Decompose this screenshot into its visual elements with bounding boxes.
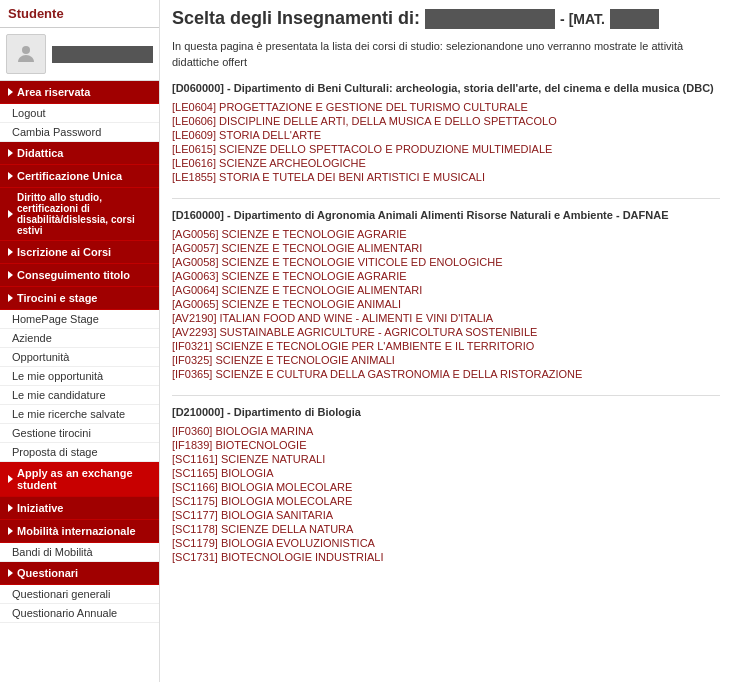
sidebar-item-label: Conseguimento titolo xyxy=(17,269,130,281)
sidebar-subitem-proposta-stage[interactable]: Proposta di stage xyxy=(0,443,159,462)
mat-label: - [MAT. xyxy=(560,11,605,27)
dept-divider-1 xyxy=(172,198,720,199)
course-link-SC1165[interactable]: [SC1165] BIOLOGIA xyxy=(172,466,720,480)
arrow-icon xyxy=(8,172,13,180)
department-block-D060000: [D060000] - Dipartimento di Beni Cultura… xyxy=(172,80,720,184)
sidebar-item-diritto-studio[interactable]: Diritto allo studio, certificazioni di d… xyxy=(0,188,159,241)
sidebar-subitem-le-mie-opportunita[interactable]: Le mie opportunità xyxy=(0,367,159,386)
course-link-AV2293[interactable]: [AV2293] SUSTAINABLE AGRICULTURE - AGRIC… xyxy=(172,325,720,339)
arrow-icon xyxy=(8,271,13,279)
sidebar-item-label: Iniziative xyxy=(17,502,63,514)
course-link-IF0325[interactable]: [IF0325] SCIENZE E TECNOLOGIE ANIMALI xyxy=(172,353,720,367)
sidebar-item-label: Certificazione Unica xyxy=(17,170,122,182)
main-content: Scelta degli Insegnamenti di: - [MAT. In… xyxy=(160,0,732,682)
page-description: In questa pagina è presentata la lista d… xyxy=(172,39,720,70)
course-link-IF0365[interactable]: [IF0365] SCIENZE E CULTURA DELLA GASTRON… xyxy=(172,367,720,381)
sidebar-item-label: Diritto allo studio, certificazioni di d… xyxy=(17,192,151,236)
department-header-D210000: [D210000] - Dipartimento di Biologia xyxy=(172,404,720,420)
sidebar-item-apply-exchange[interactable]: Apply as an exchange student xyxy=(0,462,159,497)
course-link-LE0616[interactable]: [LE0616] SCIENZE ARCHEOLOGICHE xyxy=(172,156,720,170)
course-link-SC1166[interactable]: [SC1166] BIOLOGIA MOLECOLARE xyxy=(172,480,720,494)
arrow-icon xyxy=(8,88,13,96)
sidebar-subitem-questionario-annuale[interactable]: Questionario Annuale xyxy=(0,604,159,623)
department-block-D210000: [D210000] - Dipartimento di Biologia [IF… xyxy=(172,404,720,564)
sidebar-item-iniziative[interactable]: Iniziative xyxy=(0,497,159,520)
page-title-row: Scelta degli Insegnamenti di: - [MAT. xyxy=(172,8,720,35)
username-display xyxy=(52,46,153,63)
course-link-LE0609[interactable]: [LE0609] STORIA DELL'ARTE xyxy=(172,128,720,142)
course-link-AG0063[interactable]: [AG0063] SCIENZE E TECNOLOGIE AGRARIE xyxy=(172,269,720,283)
arrow-icon xyxy=(8,475,13,483)
student-name-placeholder xyxy=(425,9,555,29)
course-link-SC1731[interactable]: [SC1731] BIOTECNOLOGIE INDUSTRIALI xyxy=(172,550,720,564)
course-link-LE0615[interactable]: [LE0615] SCIENZE DELLO SPETTACOLO E PROD… xyxy=(172,142,720,156)
sidebar-subitem-opportunita[interactable]: Opportunità xyxy=(0,348,159,367)
course-link-IF1839[interactable]: [IF1839] BIOTECNOLOGIE xyxy=(172,438,720,452)
user-section xyxy=(0,28,159,81)
sidebar-subitem-logout[interactable]: Logout xyxy=(0,104,159,123)
sidebar-item-label: Apply as an exchange student xyxy=(17,467,151,491)
sidebar-item-questionari[interactable]: Questionari xyxy=(0,562,159,585)
department-block-D160000: [D160000] - Dipartimento di Agronomia An… xyxy=(172,207,720,381)
sidebar-item-mobilita-internazionale[interactable]: Mobilità internazionale xyxy=(0,520,159,543)
sidebar-item-didattica[interactable]: Didattica xyxy=(0,142,159,165)
course-link-AG0057[interactable]: [AG0057] SCIENZE E TECNOLOGIE ALIMENTARI xyxy=(172,241,720,255)
sidebar-subitem-bandi-mobilita[interactable]: Bandi di Mobilità xyxy=(0,543,159,562)
sidebar-item-iscrizione-corsi[interactable]: Iscrizione ai Corsi xyxy=(0,241,159,264)
sidebar-subitem-gestione-tirocini[interactable]: Gestione tirocini xyxy=(0,424,159,443)
svg-point-0 xyxy=(22,46,30,54)
sidebar-header: Studente xyxy=(0,0,159,28)
arrow-icon xyxy=(8,527,13,535)
sidebar-item-label: Area riservata xyxy=(17,86,90,98)
dept-divider-2 xyxy=(172,395,720,396)
sidebar-subitem-questionari-generali[interactable]: Questionari generali xyxy=(0,585,159,604)
sidebar-subitem-ricerche-salvate[interactable]: Le mie ricerche salvate xyxy=(0,405,159,424)
course-link-SC1161[interactable]: [SC1161] SCIENZE NATURALI xyxy=(172,452,720,466)
sidebar-subitem-homepage-stage[interactable]: HomePage Stage xyxy=(0,310,159,329)
sidebar-item-tirocini-stage[interactable]: Tirocini e stage xyxy=(0,287,159,310)
page-title: Scelta degli Insegnamenti di: - [MAT. xyxy=(172,8,659,29)
arrow-icon xyxy=(8,294,13,302)
arrow-icon xyxy=(8,149,13,157)
course-link-AG0065[interactable]: [AG0065] SCIENZE E TECNOLOGIE ANIMALI xyxy=(172,297,720,311)
course-link-SC1179[interactable]: [SC1179] BIOLOGIA EVOLUZIONISTICA xyxy=(172,536,720,550)
sidebar-subitem-aziende[interactable]: Aziende xyxy=(0,329,159,348)
course-link-LE0606[interactable]: [LE0606] DISCIPLINE DELLE ARTI, DELLA MU… xyxy=(172,114,720,128)
course-link-LE0604[interactable]: [LE0604] PROGETTAZIONE E GESTIONE DEL TU… xyxy=(172,100,720,114)
sidebar-item-area-riservata[interactable]: Area riservata xyxy=(0,81,159,104)
avatar xyxy=(6,34,46,74)
department-header-D160000: [D160000] - Dipartimento di Agronomia An… xyxy=(172,207,720,223)
sidebar-item-label: Tirocini e stage xyxy=(17,292,98,304)
arrow-icon xyxy=(8,569,13,577)
sidebar-item-label: Questionari xyxy=(17,567,78,579)
department-header-D060000: [D060000] - Dipartimento di Beni Cultura… xyxy=(172,80,720,96)
sidebar-item-label: Mobilità internazionale xyxy=(17,525,136,537)
arrow-icon xyxy=(8,210,13,218)
sidebar-item-label: Didattica xyxy=(17,147,63,159)
sidebar-subitem-cambia-password[interactable]: Cambia Password xyxy=(0,123,159,142)
title-prefix: Scelta degli Insegnamenti di: xyxy=(172,8,420,28)
course-link-LE1855[interactable]: [LE1855] STORIA E TUTELA DEI BENI ARTIST… xyxy=(172,170,720,184)
course-link-AV2190[interactable]: [AV2190] ITALIAN FOOD AND WINE - ALIMENT… xyxy=(172,311,720,325)
mat-value xyxy=(610,9,659,29)
sidebar-item-conseguimento-titolo[interactable]: Conseguimento titolo xyxy=(0,264,159,287)
sidebar-title: Studente xyxy=(8,6,64,21)
sidebar-item-label: Iscrizione ai Corsi xyxy=(17,246,111,258)
arrow-icon xyxy=(8,504,13,512)
sidebar-subitem-le-mie-candidature[interactable]: Le mie candidature xyxy=(0,386,159,405)
course-link-IF0360[interactable]: [IF0360] BIOLOGIA MARINA xyxy=(172,424,720,438)
course-link-IF0321[interactable]: [IF0321] SCIENZE E TECNOLOGIE PER L'AMBI… xyxy=(172,339,720,353)
course-link-SC1175[interactable]: [SC1175] BIOLOGIA MOLECOLARE xyxy=(172,494,720,508)
course-link-AG0058[interactable]: [AG0058] SCIENZE E TECNOLOGIE VITICOLE E… xyxy=(172,255,720,269)
sidebar: Studente Area riservata Logout Cambia Pa… xyxy=(0,0,160,682)
arrow-icon xyxy=(8,248,13,256)
sidebar-item-certificazione-unica[interactable]: Certificazione Unica xyxy=(0,165,159,188)
course-link-SC1178[interactable]: [SC1178] SCIENZE DELLA NATURA xyxy=(172,522,720,536)
course-link-SC1177[interactable]: [SC1177] BIOLOGIA SANITARIA xyxy=(172,508,720,522)
course-link-AG0064[interactable]: [AG0064] SCIENZE E TECNOLOGIE ALIMENTARI xyxy=(172,283,720,297)
course-link-AG0056[interactable]: [AG0056] SCIENZE E TECNOLOGIE AGRARIE xyxy=(172,227,720,241)
